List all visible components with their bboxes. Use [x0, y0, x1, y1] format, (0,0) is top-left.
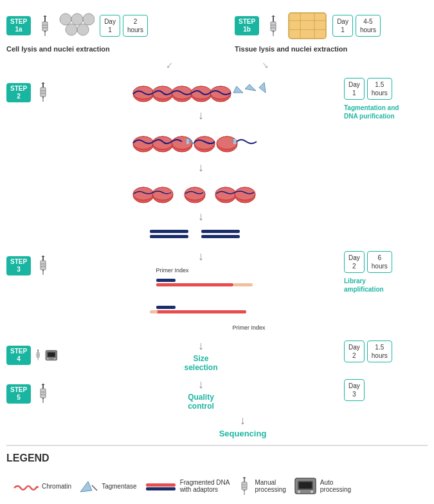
step3-badge: STEP3 — [6, 256, 31, 275]
step1b-label: Tissue lysis and nuclei extraction — [235, 45, 347, 53]
size-selection-label: Sizeselection — [184, 354, 217, 372]
svg-marker-39 — [245, 84, 256, 91]
step2-row: STEP2 — [6, 75, 428, 244]
step1b-header: STEP1b — [235, 12, 381, 40]
arrow-down-7: ↓ — [58, 415, 428, 426]
svg-line-97 — [92, 485, 97, 490]
svg-rect-23 — [41, 88, 46, 97]
svg-rect-87 — [48, 353, 55, 357]
step3-desc: Libraryamplification — [344, 277, 384, 294]
legend-items: Chromatin Tagmentase Fragmented DNAwith … — [6, 469, 428, 496]
syringe-icon-step5 — [35, 382, 51, 406]
step1b-badge: STEP1b — [235, 16, 259, 35]
arrow-down-1: ↓ — [198, 109, 204, 121]
step4-day: Day2 — [344, 341, 365, 362]
svg-rect-74 — [156, 283, 233, 286]
step1a-badge: STEP1a — [6, 16, 31, 35]
arrow-down-3: ↓ — [198, 210, 204, 222]
legend-title: LEGEND — [6, 453, 428, 464]
step1a-label: Cell lysis and nuclei extraction — [6, 45, 110, 53]
primer-index-label-top: Primer Index — [156, 267, 272, 274]
legend-machine-icon — [294, 476, 317, 496]
chromatin-fragments — [131, 176, 272, 208]
svg-rect-66 — [201, 235, 240, 238]
svg-marker-84 — [37, 350, 39, 350]
step2-day: Day1 — [344, 78, 365, 100]
svg-point-8 — [83, 14, 95, 25]
step5-badge: STEP5 — [6, 384, 31, 404]
svg-rect-101 — [242, 482, 247, 490]
step5-center: ↓ Qualitycontrol — [58, 376, 344, 411]
step2-left: STEP2 — [6, 75, 58, 104]
primer-pcr-bottom — [131, 301, 272, 323]
svg-rect-17 — [289, 13, 326, 39]
svg-rect-78 — [150, 310, 158, 313]
merge-arrows: ↓ ↓ — [6, 59, 428, 71]
step5-row: STEP5 ↓ Qualitycontrol Day3 — [6, 376, 428, 411]
step5-left: STEP5 — [6, 376, 58, 406]
machine-icon-step4 — [45, 344, 58, 367]
svg-point-89 — [48, 358, 49, 359]
legend-manual-processing: Manualprocessing — [237, 476, 285, 496]
legend-syringe-icon — [237, 476, 251, 496]
step2-badge: STEP2 — [6, 83, 31, 102]
svg-marker-96 — [80, 481, 92, 492]
main-container: STEP1a — [0, 0, 434, 504]
svg-marker-40 — [259, 82, 266, 93]
svg-rect-64 — [150, 235, 188, 238]
step4-hours: 1.5hours — [367, 341, 392, 362]
step1b-hours: 4-5hours — [356, 15, 381, 37]
legend-auto-processing: Autoprocessing — [294, 476, 351, 496]
svg-rect-98 — [146, 483, 176, 487]
primer-pcr-top — [131, 274, 272, 299]
top-row: STEP1a — [6, 6, 428, 55]
step2-center: ↓ — [58, 75, 344, 244]
legend-fragmented-dna-icon — [145, 479, 177, 493]
step1b-time: Day1 4-5hours — [332, 15, 381, 37]
svg-rect-76 — [156, 306, 176, 309]
step3-hours: 6hours — [367, 251, 392, 273]
step3-left: STEP3 — [6, 248, 58, 277]
cells-icon — [59, 12, 95, 40]
step1a-day: Day1 — [100, 15, 120, 37]
svg-marker-95 — [41, 384, 45, 385]
svg-rect-80 — [37, 353, 39, 358]
step5-day: Day3 — [344, 379, 365, 401]
arrow-down-4: ↓ — [198, 250, 204, 262]
svg-marker-105 — [242, 477, 246, 478]
chromatin-tagmentase-1 — [131, 75, 272, 107]
svg-rect-108 — [299, 482, 312, 489]
dna-bars-1 — [143, 225, 259, 244]
step2-desc: Tagmentation andDNA purification — [344, 104, 399, 120]
sequencing-section: ↓ Sequencing — [58, 415, 428, 438]
step4-left: STEP4 — [6, 337, 58, 367]
syringe-icon-step3 — [35, 254, 51, 277]
syringe-icon-step2 — [35, 81, 51, 104]
arrow-down-5: ↓ — [198, 340, 204, 351]
legend-section: LEGEND Chromatin Tagmentase — [6, 445, 428, 496]
step3-center: ↓ Primer Index Primer Index — [58, 248, 344, 333]
step3-day: Day2 — [344, 251, 365, 273]
step1a-time: Day1 2hours — [100, 15, 148, 37]
legend-manual-label: Manualprocessing — [255, 479, 285, 493]
legend-tagmentase-label: Tagmentase — [102, 483, 136, 490]
legend-chromatin-label: Chromatin — [42, 483, 71, 490]
svg-rect-73 — [156, 279, 176, 282]
primer-index-area: Primer Index Primer Index — [131, 267, 272, 331]
step1a-hours: 2hours — [123, 15, 148, 37]
chromatin-tagmentase-2 — [131, 124, 272, 159]
step4-time-group: Day2 1.5hours — [344, 341, 392, 362]
arrow-left-merge: ↓ — [164, 59, 176, 71]
svg-rect-52 — [233, 139, 236, 144]
legend-fragmented-dna: Fragmented DNAwith adaptors — [145, 479, 230, 493]
legend-chromatin: Chromatin — [13, 479, 71, 493]
syringe-icon-1a — [36, 14, 54, 37]
svg-marker-38 — [233, 86, 243, 93]
svg-point-7 — [71, 14, 83, 25]
step4-right: Day2 1.5hours — [344, 337, 428, 365]
svg-rect-75 — [233, 283, 253, 286]
svg-point-110 — [298, 490, 300, 493]
svg-rect-99 — [146, 487, 176, 490]
syringe-icon-1b — [264, 14, 282, 37]
step2-right: Day1 1.5hours Tagmentation andDNA purifi… — [344, 75, 428, 120]
